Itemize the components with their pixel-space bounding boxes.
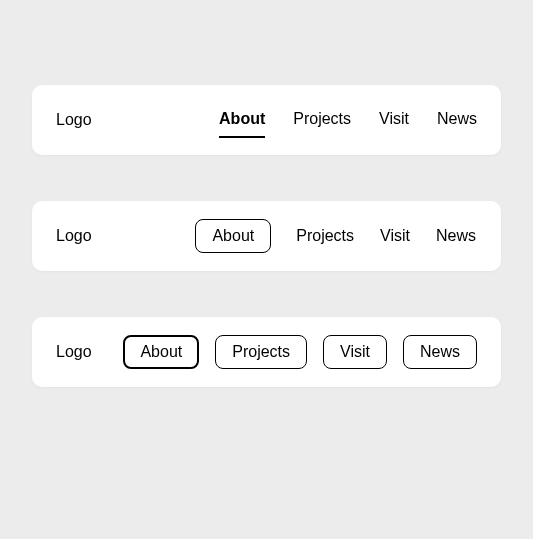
nav-items: About Projects Visit News [123, 335, 477, 369]
nav-item-about[interactable]: About [219, 110, 265, 130]
nav-item-about[interactable]: About [123, 335, 199, 369]
nav-item-visit[interactable]: Visit [379, 219, 411, 253]
navbar-outlined-active: Logo About Projects Visit News [32, 201, 501, 271]
nav-item-visit[interactable]: Visit [323, 335, 387, 369]
nav-item-about[interactable]: About [195, 219, 271, 253]
nav-items: About Projects Visit News [219, 110, 477, 130]
logo: Logo [56, 227, 92, 245]
navbar-outlined-all: Logo About Projects Visit News [32, 317, 501, 387]
nav-item-projects[interactable]: Projects [295, 219, 355, 253]
nav-items: About Projects Visit News [195, 219, 477, 253]
nav-item-news[interactable]: News [437, 110, 477, 130]
nav-item-projects[interactable]: Projects [215, 335, 307, 369]
nav-item-visit[interactable]: Visit [379, 110, 409, 130]
logo: Logo [56, 111, 92, 129]
logo: Logo [56, 343, 92, 361]
nav-item-news[interactable]: News [403, 335, 477, 369]
nav-item-projects[interactable]: Projects [293, 110, 351, 130]
nav-item-news[interactable]: News [435, 219, 477, 253]
navbar-underline: Logo About Projects Visit News [32, 85, 501, 155]
